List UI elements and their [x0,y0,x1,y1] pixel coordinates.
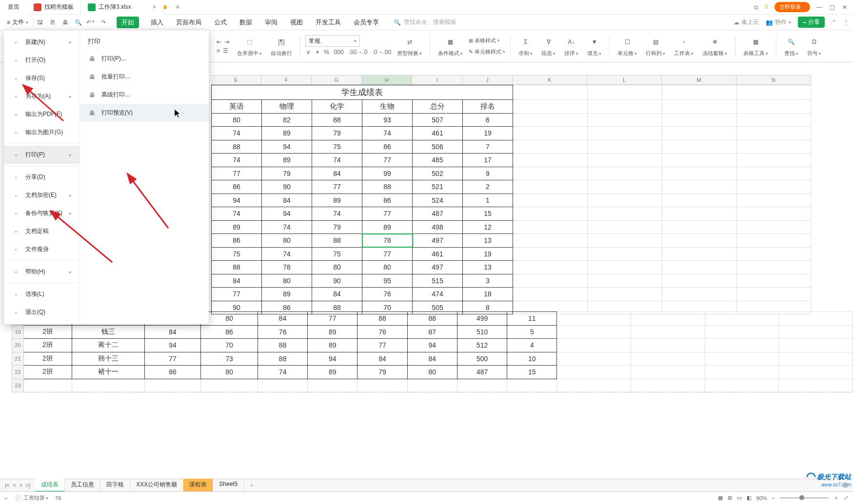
file-menu-item[interactable]: ▫选项(L) [4,285,79,303]
home-tab[interactable]: 首页 [0,0,27,15]
workbook-tab[interactable]: 工作簿3.xlsx ✕ [81,0,164,15]
last-sheet-icon[interactable]: >| [25,482,30,489]
next-sheet-icon[interactable]: > [19,482,22,489]
save-icon[interactable]: 🖫 [36,19,44,26]
filter[interactable]: ∇筛选▾ [538,35,558,57]
print-icon[interactable]: 🖶 [61,19,70,26]
sheet-tab[interactable]: 课程表 [183,479,213,492]
print-submenu-item[interactable]: 🖶打印预览(V) [80,104,209,122]
ribbon-tab-2[interactable]: 页面布局 [175,16,202,29]
zoom-slider[interactable] [780,497,829,499]
rowcol[interactable]: ▤行和列▾ [643,35,668,57]
currency-btn[interactable]: ￥ [305,49,311,57]
sheet-tab[interactable]: 成绩表 [35,479,65,492]
col-header[interactable]: L [587,75,662,85]
maximize-icon[interactable]: ▢ [829,4,835,11]
ribbon-tab-8[interactable]: 会员专享 [353,16,380,29]
template-tab[interactable]: 找稻壳模板 [27,0,81,15]
apps-icon[interactable]: ⠿ [764,4,769,11]
file-menu-item[interactable]: ▫帮助(H)▸ [4,263,79,281]
corner-icon[interactable]: ⌐ [5,495,8,501]
preview-icon[interactable]: 🔍 [74,19,82,26]
cell-style[interactable]: ✎单元格样式▾ [469,48,505,56]
file-menu-item[interactable]: ▫文档加密(E)▸ [4,186,79,204]
file-menu-item[interactable]: ▫备份与恢复(K)▸ [4,204,79,222]
cloud-status[interactable]: ☁未上云 [734,18,759,26]
ribbon-tab-6[interactable]: 视图 [289,16,304,29]
sheet-tab[interactable]: Sheet5 [213,479,244,492]
decrease-decimal-btn[interactable]: .00→.0 [349,49,368,57]
grid[interactable]: 学生成绩表英语物理化学生物总分排名80828893507674897974461… [211,85,812,314]
ribbon-tab-5[interactable]: 审阅 [264,16,278,29]
sort[interactable]: A↓排序▾ [561,35,581,57]
share-button[interactable]: ⌁分享 [798,17,825,28]
file-menu-item[interactable]: ▫打开(O) [4,51,79,69]
print-submenu-item[interactable]: 🖶批量打印... [80,68,209,86]
ribbon-tab-1[interactable]: 插入 [150,16,164,29]
align-dist-icon[interactable]: ☰ [223,47,228,54]
file-menu-item[interactable]: ▫输出为图片(G) [4,123,79,141]
table-tools[interactable]: ▦表格工具▾ [740,35,771,57]
export-icon[interactable]: 🖹 [48,19,57,26]
first-sheet-icon[interactable]: |< [5,482,10,489]
col-header[interactable]: H [362,75,412,85]
new-tab-button[interactable]: ＋ [167,0,188,15]
increase-decimal-btn[interactable]: .0→.00 [372,49,391,57]
type-convert[interactable]: ⇄类型转换▾ [394,35,425,57]
table-style[interactable]: ⊞表格样式▾ [469,37,505,44]
view-page-icon[interactable]: ▭ [737,495,742,501]
freeze[interactable]: ❄冻结窗格▾ [699,35,730,57]
minimize-icon[interactable]: — [816,4,823,11]
worksheet[interactable]: ▫工作表▾ [671,35,696,57]
layout-icon[interactable]: ⧉ [754,4,758,11]
outdent-icon[interactable]: ⇤ [217,39,221,45]
symbol[interactable]: Ω符号▾ [804,35,824,57]
file-menu-item[interactable]: ▫打印(P)▸ [4,146,79,164]
add-sheet-icon[interactable]: ＋ [244,481,259,489]
collab-button[interactable]: 👥协作▾ [766,18,791,26]
fill[interactable]: ▼填充▾ [584,35,604,57]
col-header[interactable]: E [211,75,261,85]
col-header[interactable]: K [513,75,587,85]
percent-btn[interactable]: % [324,49,329,57]
file-menu-item[interactable]: ▫分享(D) [4,168,79,186]
view-layout-icon[interactable]: ⊞ [728,495,732,501]
merge-center[interactable]: ⬚合并居中▾ [234,35,265,57]
ribbon-tab-4[interactable]: 数据 [238,16,253,29]
close-window-icon[interactable]: ✕ [841,4,848,11]
conditional-format[interactable]: ▦条件格式▾ [435,35,466,57]
ribbon-tab-7[interactable]: 开发工具 [315,16,342,29]
number-format-dropdown[interactable]: 常规▾ [305,35,360,47]
col-header[interactable]: J [462,75,513,85]
zoom-value[interactable]: 90% [756,495,767,501]
col-header[interactable]: F [261,75,312,85]
file-menu-item[interactable]: ▫退出(Q) [4,303,79,321]
zoom-in-icon[interactable]: ＋ [833,494,839,502]
cell[interactable]: ☐单元格▾ [615,35,640,57]
view-read-icon[interactable]: ◧ [747,495,752,501]
file-menu-item[interactable]: ▫文档定稿 [4,222,79,240]
view-normal-icon[interactable]: ▦ [718,495,723,501]
fullscreen-icon[interactable]: ⤢ [844,495,848,501]
sheet-tab[interactable]: XXX公司销售额 [130,479,183,492]
col-header[interactable]: N [736,75,811,85]
file-menu-item[interactable]: ▫输出为PDF(F) [4,105,79,123]
sheet-tab[interactable]: 员工信息 [65,479,100,492]
col-header[interactable]: M [662,75,736,85]
login-button[interactable]: 立即登录▾ [774,2,810,12]
col-header[interactable]: G [312,75,362,85]
print-submenu-item[interactable]: 🖶高级打印... [80,86,209,104]
file-menu-item[interactable]: ▫新建(N)▸ [4,33,79,51]
print-submenu-item[interactable]: 🖶打印(P)... [80,50,209,68]
zoom-out-icon[interactable]: − [772,495,775,501]
file-menu-item[interactable]: ▫文件瘦身 [4,240,79,258]
file-menu-item[interactable]: ▫另存为(A)▸ [4,87,79,105]
ribbon-tab-0[interactable]: 开始 [117,17,139,28]
collapse-ribbon-icon[interactable]: ⌃ [832,19,836,26]
more-options-icon[interactable]: ⋮ [843,19,849,26]
command-search[interactable]: 🔍 查找命令、搜索模板 [394,18,456,26]
ribbon-tab-3[interactable]: 公式 [213,16,228,29]
indent-icon[interactable]: ⇥ [224,39,229,45]
align-left-icon[interactable]: ≡ [217,47,220,54]
undo-icon[interactable]: ↶▾ [86,19,95,26]
